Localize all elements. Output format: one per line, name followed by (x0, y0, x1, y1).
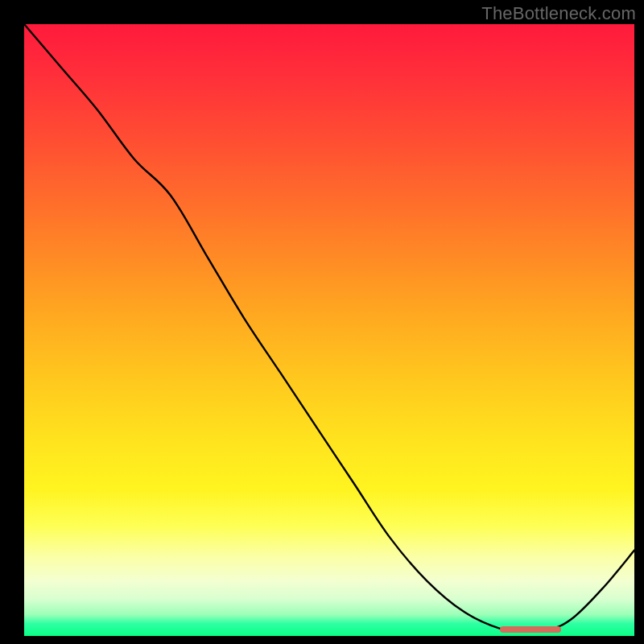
dip-marker (500, 626, 561, 633)
watermark-text: TheBottleneck.com (481, 3, 636, 24)
plot-area (24, 24, 634, 636)
data-curve (24, 24, 634, 631)
chart-container: TheBottleneck.com (0, 0, 644, 644)
data-curve-layer (24, 24, 634, 636)
